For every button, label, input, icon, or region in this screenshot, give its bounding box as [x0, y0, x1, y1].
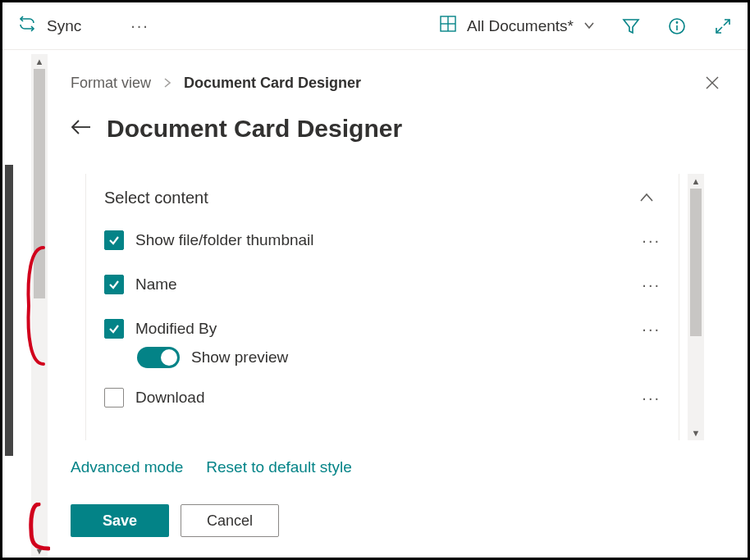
svg-line-7 [716, 27, 722, 33]
row-label: Name [135, 275, 177, 294]
row-more-icon[interactable]: ··· [642, 231, 661, 250]
section-title: Select content [104, 189, 208, 207]
checkbox-name[interactable] [104, 275, 124, 294]
scroll-down-arrow[interactable]: ▼ [35, 544, 44, 558]
row-download: Download ··· [104, 388, 661, 407]
background-strip [5, 50, 30, 558]
breadcrumb: Format view Document Card Designer [71, 75, 722, 92]
scroll-up-arrow[interactable]: ▲ [35, 54, 44, 69]
sync-button[interactable]: Sync [17, 15, 81, 37]
tiles-icon [439, 15, 457, 37]
breadcrumb-current: Document Card Designer [184, 75, 361, 92]
right-scrollbar[interactable]: ▲ ▼ [688, 174, 704, 440]
row-more-icon[interactable]: ··· [642, 389, 661, 407]
title-row: Document Card Designer [71, 115, 722, 143]
filter-icon[interactable] [621, 16, 641, 36]
panel-inner: Format view Document Card Designer Docum… [51, 50, 745, 555]
page-title: Document Card Designer [107, 115, 402, 143]
left-scrollbar[interactable]: ▲ ▼ [31, 54, 48, 558]
view-selector[interactable]: All Documents* [439, 15, 595, 37]
row-label: Download [135, 389, 205, 407]
overflow-icon[interactable]: ··· [130, 16, 149, 35]
reset-link[interactable]: Reset to default style [206, 458, 351, 476]
section-header[interactable]: Select content [104, 189, 661, 207]
chevron-up-icon [639, 189, 654, 207]
scroll-track[interactable] [688, 189, 704, 426]
chevron-down-icon [583, 17, 595, 35]
save-button[interactable]: Save [71, 504, 169, 537]
toolbar-right: All Documents* [439, 15, 733, 37]
svg-point-5 [676, 21, 677, 22]
row-thumbnail: Show file/folder thumbnail ··· [104, 230, 661, 250]
toggle-label: Show preview [191, 348, 288, 367]
toolbar-left: Sync ··· [17, 15, 149, 37]
expand-icon[interactable] [713, 16, 733, 36]
info-icon[interactable] [667, 16, 687, 36]
view-label: All Documents* [467, 17, 574, 35]
toggle-knob [161, 349, 177, 366]
svg-line-6 [724, 20, 729, 25]
row-more-icon[interactable]: ··· [642, 275, 661, 294]
scroll-track[interactable] [31, 69, 48, 544]
checkbox-thumbnail[interactable] [104, 230, 124, 250]
advanced-mode-link[interactable]: Advanced mode [71, 458, 183, 476]
row-label: Modified By [135, 320, 217, 338]
chevron-right-icon [162, 75, 172, 92]
designer-panel: ▲ ▼ Format view Document Card Designer D… [31, 50, 745, 555]
scroll-thumb[interactable] [690, 189, 702, 336]
sync-label: Sync [47, 17, 81, 35]
scroll-thumb[interactable] [34, 69, 45, 298]
scroll-down-arrow[interactable]: ▼ [692, 426, 701, 440]
command-bar: Sync ··· All Documents* [2, 2, 748, 50]
button-row: Save Cancel [71, 504, 722, 537]
checkbox-download[interactable] [104, 388, 124, 407]
back-arrow-icon[interactable] [71, 118, 92, 139]
breadcrumb-root[interactable]: Format view [71, 75, 151, 92]
toggle-show-preview[interactable] [137, 347, 180, 368]
cancel-button[interactable]: Cancel [181, 504, 279, 537]
toggle-row-preview: Show preview [137, 347, 661, 368]
row-label: Show file/folder thumbnail [135, 231, 314, 249]
row-modified-by: Modified By ··· [104, 319, 661, 339]
row-more-icon[interactable]: ··· [642, 320, 661, 339]
checkbox-modified-by[interactable] [104, 319, 124, 339]
background-thumbnail [5, 165, 13, 456]
close-icon[interactable] [704, 75, 720, 94]
content-area: Select content Show file/folder thumbnai… [71, 174, 722, 440]
scroll-up-arrow[interactable]: ▲ [692, 174, 701, 189]
sync-icon [17, 15, 37, 37]
content-scroll: Select content Show file/folder thumbnai… [85, 174, 679, 440]
row-name: Name ··· [104, 275, 661, 294]
links-row: Advanced mode Reset to default style [71, 458, 722, 476]
